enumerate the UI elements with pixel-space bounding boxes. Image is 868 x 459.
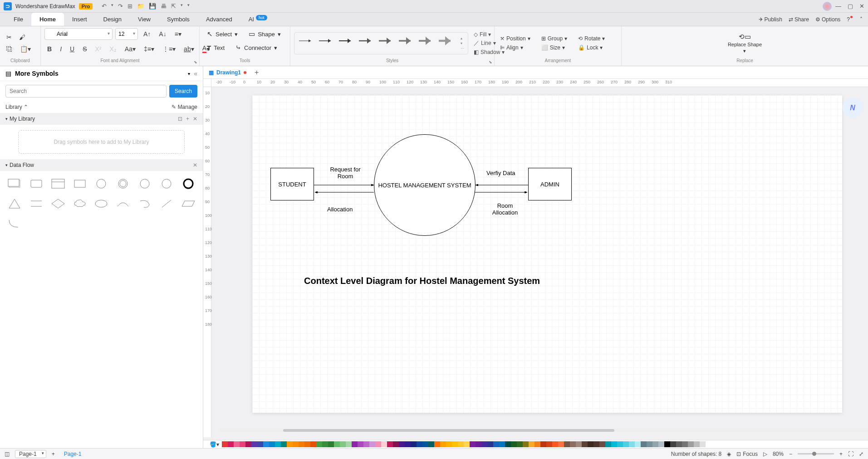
format-painter-icon[interactable]: 🖌 bbox=[16, 32, 28, 43]
collapse-ribbon-icon[interactable]: ˄ bbox=[860, 16, 863, 23]
publish-button[interactable]: ✈ Publish bbox=[759, 16, 782, 23]
copy-icon[interactable]: ⿻ bbox=[4, 44, 15, 54]
print-icon[interactable]: 🖶 bbox=[161, 3, 167, 10]
color-swatch[interactable] bbox=[623, 441, 629, 447]
color-swatch[interactable] bbox=[564, 441, 570, 447]
minimize-icon[interactable]: — bbox=[835, 3, 841, 10]
color-swatch[interactable] bbox=[387, 441, 393, 447]
color-swatch[interactable] bbox=[352, 441, 358, 447]
color-swatch[interactable] bbox=[328, 441, 334, 447]
styles-scroll-up-icon[interactable]: ▴ bbox=[461, 36, 464, 40]
mylibrary-dropzone[interactable]: Drag symbols here to add to My Library bbox=[18, 130, 185, 154]
shape-arc-1[interactable] bbox=[114, 195, 132, 212]
arrow-style-4[interactable] bbox=[358, 36, 373, 45]
color-swatch[interactable] bbox=[552, 441, 558, 447]
color-swatch[interactable] bbox=[481, 441, 487, 447]
color-swatch[interactable] bbox=[676, 441, 682, 447]
page-selector[interactable]: Page-1 ▾ bbox=[15, 450, 46, 458]
styles-expand-icon[interactable]: ⋯ bbox=[461, 46, 464, 50]
arrow-style-6[interactable] bbox=[398, 36, 412, 45]
layers-icon[interactable]: ◈ bbox=[727, 451, 731, 457]
diagram-title[interactable]: Context Level Diagram for Hostel Managem… bbox=[304, 276, 540, 286]
color-swatch[interactable] bbox=[428, 441, 434, 447]
shape-circle-double[interactable] bbox=[114, 176, 132, 192]
color-swatch[interactable] bbox=[694, 441, 700, 447]
document-tab[interactable]: ▦ Drawing1 bbox=[209, 69, 246, 76]
text-tool[interactable]: TText bbox=[203, 42, 228, 54]
color-swatch[interactable] bbox=[464, 441, 470, 447]
color-swatch[interactable] bbox=[652, 441, 658, 447]
shape-rect-plain[interactable] bbox=[71, 176, 89, 192]
color-swatch[interactable] bbox=[641, 441, 647, 447]
arrow-style-1[interactable] bbox=[298, 36, 313, 45]
decrease-font-icon[interactable]: A↓ bbox=[156, 29, 169, 39]
sidebar-collapse-icon[interactable]: « bbox=[194, 70, 197, 77]
menu-view[interactable]: View bbox=[130, 13, 159, 26]
color-swatch[interactable] bbox=[546, 441, 552, 447]
color-swatch[interactable] bbox=[588, 441, 593, 447]
qat-more-icon[interactable]: ▾ bbox=[187, 3, 190, 10]
shape-line[interactable] bbox=[157, 195, 176, 212]
shape-circle-3[interactable] bbox=[157, 176, 176, 192]
mylib-add-icon[interactable]: + bbox=[186, 116, 189, 122]
shape-circle-bold[interactable] bbox=[179, 176, 197, 192]
superscript-icon[interactable]: X² bbox=[92, 44, 104, 54]
rotate-button[interactable]: ⟲ Rotate▾ bbox=[576, 34, 607, 43]
color-swatch[interactable] bbox=[664, 441, 670, 447]
color-swatch[interactable] bbox=[499, 441, 505, 447]
align-left-icon[interactable]: ≡▾ bbox=[172, 29, 184, 39]
canvas-viewport[interactable]: STUDENT HOSTEL MANAGEMENT SYSTEM ADMIN R… bbox=[211, 87, 868, 440]
color-swatch[interactable] bbox=[275, 441, 281, 447]
color-swatch[interactable] bbox=[245, 441, 251, 447]
color-swatch[interactable] bbox=[434, 441, 440, 447]
zoom-slider-thumb[interactable] bbox=[812, 452, 816, 456]
zoom-slider[interactable] bbox=[798, 453, 834, 454]
color-swatch[interactable] bbox=[700, 441, 706, 447]
ai-assistant-button[interactable]: N bbox=[843, 98, 863, 118]
add-page-button[interactable]: + bbox=[52, 451, 55, 457]
zoom-in-button[interactable]: + bbox=[839, 451, 843, 457]
size-button[interactable]: ⬜ Size▾ bbox=[539, 44, 569, 52]
arrow-style-5[interactable] bbox=[378, 36, 392, 45]
process-circle[interactable]: HOSTEL MANAGEMENT SYSTEM bbox=[374, 134, 476, 236]
fit-page-icon[interactable]: ⛶ bbox=[848, 451, 853, 457]
color-swatch[interactable] bbox=[505, 441, 511, 447]
color-swatch[interactable] bbox=[369, 441, 375, 447]
fullscreen-icon[interactable]: ⤢ bbox=[859, 451, 863, 457]
font-group-expand-icon[interactable]: ⬊ bbox=[194, 60, 197, 64]
arrow-style-2[interactable] bbox=[318, 36, 333, 45]
line-spacing-icon[interactable]: ‡≡▾ bbox=[141, 44, 157, 54]
position-button[interactable]: ⤧ Position▾ bbox=[498, 34, 532, 43]
allocation-label[interactable]: Allocation bbox=[327, 206, 353, 213]
menu-ai[interactable]: AIhot bbox=[240, 13, 275, 26]
color-swatch[interactable] bbox=[470, 441, 476, 447]
close-icon[interactable]: ✕ bbox=[859, 3, 864, 10]
arrow-style-7[interactable] bbox=[418, 36, 432, 45]
color-swatch[interactable] bbox=[593, 441, 599, 447]
shape-tool[interactable]: ▭Shape▾ bbox=[245, 28, 284, 40]
color-swatch[interactable] bbox=[487, 441, 493, 447]
admin-entity[interactable]: ADMIN bbox=[528, 168, 572, 200]
mylibrary-section-header[interactable]: ▾ My Library ⊡ + ✕ bbox=[0, 113, 203, 125]
color-swatch[interactable] bbox=[363, 441, 369, 447]
arrow-style-3[interactable] bbox=[338, 36, 353, 45]
user-avatar[interactable] bbox=[823, 2, 832, 11]
menu-advanced[interactable]: Advanced bbox=[198, 13, 240, 26]
color-swatch[interactable] bbox=[322, 441, 328, 447]
text-highlight-icon[interactable]: ab▾ bbox=[181, 44, 197, 54]
color-swatch[interactable] bbox=[340, 441, 346, 447]
text-case-icon[interactable]: Aa▾ bbox=[122, 44, 138, 54]
color-swatch[interactable] bbox=[452, 441, 458, 447]
focus-button[interactable]: ⊡ Focus bbox=[736, 451, 758, 457]
lock-button[interactable]: 🔒 Lock▾ bbox=[576, 44, 607, 52]
color-swatch[interactable] bbox=[440, 441, 446, 447]
color-swatch[interactable] bbox=[540, 441, 546, 447]
menu-home[interactable]: Home bbox=[31, 13, 64, 26]
drawing-page[interactable]: STUDENT HOSTEL MANAGEMENT SYSTEM ADMIN R… bbox=[252, 95, 842, 413]
shape-rect-header[interactable] bbox=[49, 176, 67, 192]
color-swatch[interactable] bbox=[381, 441, 387, 447]
color-swatch[interactable] bbox=[422, 441, 428, 447]
zoom-out-button[interactable]: − bbox=[789, 451, 792, 457]
italic-icon[interactable]: I bbox=[57, 44, 64, 54]
styles-scroll-down-icon[interactable]: ▾ bbox=[461, 41, 464, 45]
